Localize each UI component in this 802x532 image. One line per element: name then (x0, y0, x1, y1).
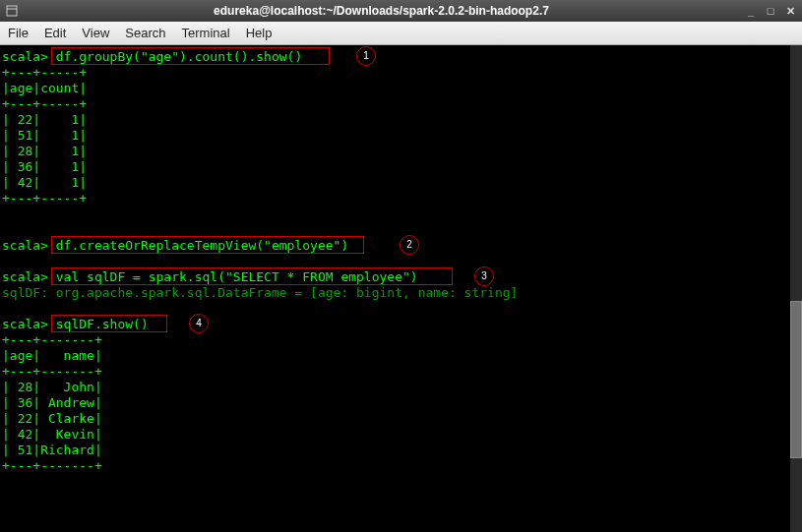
window-menu-icon[interactable] (4, 3, 20, 19)
prompt: scala> (2, 269, 56, 284)
terminal-line: | 36| Andrew| (2, 395, 800, 411)
prompt: scala> (2, 238, 56, 253)
terminal-area[interactable]: scala> df.groupBy("age").count().show() … (0, 45, 802, 532)
terminal-line: +---+-------+ (2, 364, 800, 380)
terminal-line: |age| name| (2, 348, 800, 364)
terminal-line (2, 301, 800, 317)
command: sqlDF.show() (56, 317, 149, 331)
terminal-line: +---+-------+ (2, 458, 800, 474)
terminal-line (2, 207, 800, 222)
terminal-line: scala> sqlDF.show() (2, 317, 800, 332)
terminal-line: | 22| Clarke| (2, 411, 800, 427)
titlebar: edureka@localhost:~/Downloads/spark-2.0.… (0, 0, 802, 22)
scroll-thumb[interactable] (790, 301, 802, 458)
terminal-line: +---+-------+ (2, 332, 800, 348)
terminal-line: sqlDF: org.apache.spark.sql.DataFrame = … (2, 285, 800, 301)
svg-rect-0 (7, 6, 17, 16)
terminal-line: | 51| 1| (2, 128, 800, 144)
terminal-line: scala> df.groupBy("age").count().show() (2, 49, 800, 65)
terminal-line: |age|count| (2, 81, 800, 96)
terminal-line: | 28| John| (2, 380, 800, 395)
close-button[interactable]: ✕ (782, 4, 798, 18)
terminal-line: +---+-----+ (2, 191, 800, 207)
prompt: scala> (2, 317, 56, 331)
terminal-line: | 42| Kevin| (2, 427, 800, 443)
menu-view[interactable]: View (82, 26, 109, 40)
command: val sqlDF = spark.sql("SELECT * FROM emp… (56, 269, 418, 284)
menu-terminal[interactable]: Terminal (182, 26, 230, 40)
terminal-line: +---+-----+ (2, 96, 800, 112)
command: df.createOrReplaceTempView("employee") (56, 238, 348, 253)
scrollbar[interactable] (790, 45, 802, 532)
terminal-line: | 22| 1| (2, 112, 800, 128)
terminal-line: | 36| 1| (2, 159, 800, 175)
maximize-button[interactable]: □ (763, 4, 778, 18)
terminal-line: +---+-----+ (2, 65, 800, 81)
terminal-line: scala> val sqlDF = spark.sql("SELECT * F… (2, 269, 800, 285)
menu-help[interactable]: Help (246, 26, 273, 40)
terminal-line: | 42| 1| (2, 175, 800, 191)
terminal-line: | 28| 1| (2, 144, 800, 159)
terminal-line: | 51|Richard| (2, 443, 800, 458)
menu-search[interactable]: Search (125, 26, 165, 40)
menu-file[interactable]: File (8, 26, 29, 40)
window-controls: _ □ ✕ (743, 4, 798, 18)
command: df.groupBy("age").count().show() (56, 49, 302, 64)
window-title: edureka@localhost:~/Downloads/spark-2.0.… (20, 4, 743, 18)
menubar: File Edit View Search Terminal Help (0, 22, 802, 45)
terminal-line (2, 222, 800, 238)
terminal-line: scala> df.createOrReplaceTempView("emplo… (2, 238, 800, 254)
prompt: scala> (2, 49, 56, 64)
menu-edit[interactable]: Edit (44, 26, 66, 40)
minimize-button[interactable]: _ (743, 4, 759, 18)
terminal-line (2, 254, 800, 269)
